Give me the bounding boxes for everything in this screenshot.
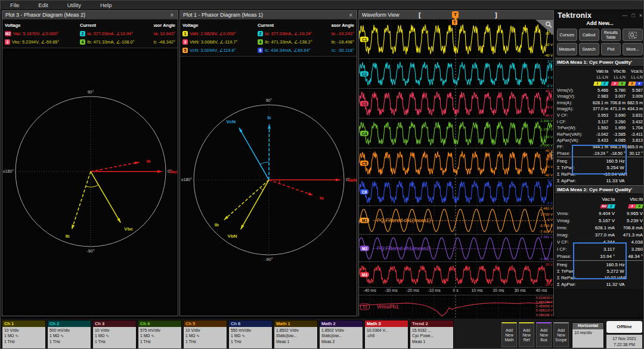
plot1-vector-label-vcn: VcN — [226, 119, 236, 124]
channel-badge-2: 2 — [80, 31, 85, 36]
wave-slice-trend[interactable]: T2VrmsPh15.523633 V5.491796 V5.459959 V5… — [359, 295, 553, 318]
imda-meas1-table: Vab:IaVbc:IbVca:IcLL-LNLL-LNLL-LN123456V… — [555, 67, 644, 185]
wave-slice-c5[interactable]: C540 V20 V-20 V-40 V — [359, 148, 553, 178]
expansion-bracket-right[interactable]: ] — [495, 11, 497, 18]
menu-edit[interactable]: Edit — [29, 1, 57, 9]
plot-button[interactable]: Plot — [601, 43, 621, 55]
window-close-icon[interactable]: × — [639, 13, 642, 18]
add-new-scope-button[interactable]: Add New Scope — [553, 322, 569, 347]
imda-meas2-summary-value: 11.32 VA — [588, 282, 643, 287]
plot1-readout-row: 3VbN: 3.0068V, ∠-119.7°4Ib: 471.33mA, ∠-… — [182, 38, 354, 46]
imda-meas1-value: 948.3 m — [608, 144, 626, 149]
measure-button[interactable]: Measure — [557, 43, 577, 55]
plot3-vector-label-ib: Ib — [66, 233, 70, 239]
wave-slice-c6[interactable]: C62 V-2 V — [359, 178, 553, 206]
trace-handle-m3[interactable]: M3 — [360, 272, 369, 278]
imda-meas2-section[interactable]: IMDA Meas 2: Cyc Power Quality'Vac:IaVbc… — [555, 185, 644, 289]
plot1-current-cell: 4Ib: 471.33mA, ∠-138.2° — [258, 39, 332, 45]
channel-badge-2: 2 — [258, 31, 263, 36]
plot1-readout-row: 1VaN: 2.9826V, ∠0.000°2Ia: 377.03mA, ∠-1… — [182, 29, 354, 38]
imda-meas2-value: 471.3 mA — [615, 232, 643, 238]
wave-slice-c1[interactable]: C140 V20 V-20 V-40 VT — [359, 20, 553, 59]
waveform-title-bar[interactable]: Waveform View [ T ] — [359, 11, 553, 20]
plot3-current-cell: 4Ib: 471.33mA, ∠-108.0° — [80, 39, 154, 45]
channel-badge-4: 4 — [80, 39, 85, 45]
imda-meas1-subcol-label: LL-LN — [608, 74, 626, 80]
trace-handle-c5[interactable]: C5 — [360, 160, 369, 166]
trace-handle-c1[interactable]: C1 — [360, 36, 369, 42]
cursors-button[interactable]: Cursors — [557, 29, 577, 41]
trace-handle-c2[interactable]: C2 — [360, 71, 369, 76]
channel-badge-ch1[interactable]: Ch 110 V/div1 MΩ ∿1 THz — [2, 320, 46, 349]
time-tick-label: 30 ms — [514, 288, 525, 292]
imda-meas1-section[interactable]: IMDA Meas 1: Cyc Power Quality'Vab:IaVbc… — [555, 58, 644, 185]
imda-meas1-value: 944.1 m — [591, 144, 608, 149]
menu-utility[interactable]: Utility — [58, 1, 91, 9]
zoom-box-icon-button[interactable] — [623, 29, 643, 41]
add-new-ref-button[interactable]: Add New Ref — [519, 322, 534, 347]
wave-slice-m3[interactable]: M320 V-20 V — [359, 262, 553, 288]
plot3-col-header-voltage: Voltage — [5, 23, 80, 28]
callout-button[interactable]: Callout — [579, 29, 599, 41]
menu-file[interactable]: File — [1, 1, 29, 9]
more--button[interactable]: More... — [623, 43, 643, 55]
plot3-axis-90: 90° — [88, 90, 94, 94]
horizontal-title: Horizontal — [572, 323, 603, 329]
menu-help[interactable]: Help — [91, 1, 122, 9]
plot3-axis-180: ±180° — [3, 169, 14, 173]
plot3-phasor-angle-value: Vbc,Ib: -48.342° — [154, 39, 175, 45]
trace-handle-c4[interactable]: C4 — [360, 130, 369, 136]
channel-badge-trend2[interactable]: Trend 215.9182 ...Cyc Powe...Meas 1 — [410, 320, 454, 349]
imda-meas1-value: -3.042 — [591, 132, 608, 137]
channel-badge-ch2[interactable]: Ch 2500 mV/div1 MΩ ∿1 THz — [47, 320, 91, 349]
imda-meas1-value: 3.953 — [591, 113, 608, 118]
wave-slice-m1[interactable]: PQ:Filtered ch1(meas1)M17.481 V3.700 V0 … — [359, 206, 553, 235]
imda-meas2-summary-value: 160.5 Hz — [588, 262, 643, 267]
trace-handle-c3[interactable]: C3 — [360, 101, 369, 106]
trace-handle-m1[interactable]: M1 — [360, 217, 369, 223]
window-minimize-icon[interactable]: — — [622, 13, 627, 18]
imda-meas1-row-appwrva: ApPwr(VA):3.4334.0853.813 — [557, 138, 643, 144]
channel-badge-5: 5 — [182, 48, 188, 53]
channel-badge-math1[interactable]: Math 11.8502 V/divStatic|low...Meas 1 — [274, 320, 318, 349]
trigger-flag-icon[interactable]: T — [452, 11, 459, 18]
wave-slice-c2[interactable]: C22 V1 V-1 V-2 V — [359, 59, 553, 89]
trace-handle-c6[interactable]: C6 — [360, 189, 369, 195]
add-new-bus-button[interactable]: Add New Bus — [536, 322, 552, 347]
channel-badge-ch6[interactable]: Ch 6550 mV/div1 MΩ ∿1 THz — [228, 320, 273, 349]
add-new-math-button[interactable]: Add New Math — [501, 322, 517, 347]
plot3-title-bar[interactable]: Plot 3 - Phasor Diagram (Meas 2) × — [2, 11, 178, 20]
channel-badge-m2: M2 — [5, 31, 11, 36]
imda-meas1-value: 1.959 — [608, 125, 626, 130]
horizontal-panel[interactable]: Horizontal 10 ms/div — [572, 322, 604, 347]
plot1-col-header-phasor-angle: Phasor Angle — [332, 23, 354, 28]
datetime-display[interactable]: 17 Nov 2021 7:22:38 PM — [606, 335, 642, 349]
trace-handle-trend[interactable]: T2 — [360, 303, 370, 310]
plot1-axis-180: ±180° — [181, 177, 193, 182]
trace-handle-m2[interactable]: M2 — [360, 245, 369, 251]
channel-badge-ch5[interactable]: Ch 510 V/div1 MΩ ∿1 THz — [183, 320, 227, 349]
channel-badge-math2[interactable]: Math 21.8502 V/divStatic|low...Meas 2 — [319, 320, 363, 349]
panel-resize-handle[interactable] — [551, 151, 553, 159]
plot1-title-bar[interactable]: Plot 1 - Phasor Diagram (Meas 1) × — [180, 11, 357, 20]
channel-settings: 10 V/div1 MΩ ∿1 THz — [2, 327, 45, 349]
results-table-button[interactable]: Results Table — [601, 29, 621, 41]
wave-slice-c3[interactable]: C340 V20 V-20 V-40 V — [359, 89, 553, 119]
channel-badge-math3[interactable]: Math 310.0364 V...-ch5 — [364, 320, 408, 349]
expansion-bracket-left[interactable]: [ — [419, 11, 421, 18]
plot1-close-icon[interactable]: × — [348, 12, 354, 18]
plot3-close-icon[interactable]: × — [169, 12, 175, 18]
wave-slice-c4[interactable]: C42.300 V1.150 V-1.150 V-2.300 V — [359, 119, 553, 148]
wave-slice-m2[interactable]: PQ:Filtered ch1(meas2)M27.481 V-7.401 V — [359, 235, 553, 262]
imda-meas2-value: 628.1 mA — [587, 225, 615, 230]
trigger-marker-icon[interactable]: T — [452, 20, 457, 25]
plot3-readout-row: 3Vbc: 5.2394V, ∠-59.65°4Ib: 471.33mA, ∠-… — [5, 38, 175, 46]
channel-badge-ch4[interactable]: Ch 4575 mV/div1 MΩ ∿1 THz — [138, 320, 182, 349]
window-restore-icon[interactable]: □ — [631, 13, 634, 18]
imda-meas2-value: 377.0 mA — [587, 232, 615, 238]
offline-button[interactable]: Offline — [606, 321, 642, 333]
tektronix-logo: Tektronix — [558, 11, 592, 20]
plot1-phasor-chart: 90°0°±180°-90°VaNIaVbNIbVcNIc — [180, 57, 357, 317]
search-button[interactable]: Search — [579, 43, 599, 55]
channel-badge-ch3[interactable]: Ch 310 V/div1 MΩ ∿1 THz — [92, 320, 137, 349]
